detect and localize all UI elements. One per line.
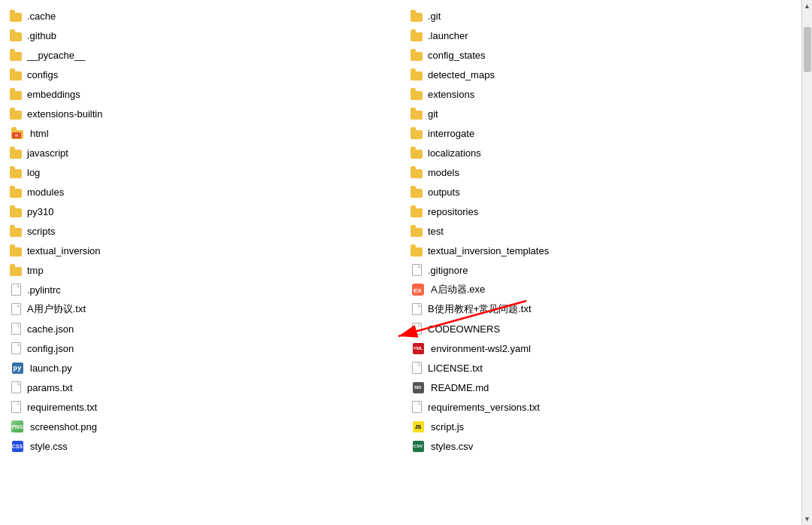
file-explorer: .cache.github__pycache__configsembedding…	[0, 0, 812, 525]
file-name-label: config.json	[27, 343, 74, 354]
file-name-label: textual_inversion	[27, 245, 101, 256]
doc-icon	[9, 322, 23, 335]
folder-icon	[410, 48, 423, 62]
file-name-label: test	[428, 226, 444, 237]
list-item[interactable]: JSscript.js	[407, 417, 795, 436]
file-name-label: .launcher	[428, 30, 468, 41]
folder-icon	[9, 48, 23, 62]
file-name-label: styles.csv	[431, 441, 473, 452]
py-icon: py	[9, 361, 26, 375]
list-item[interactable]: PNGscreenshot.png	[6, 417, 395, 436]
list-item[interactable]: .git	[407, 6, 795, 26]
list-item[interactable]: B使用教程+常见问题.txt	[407, 299, 795, 319]
scrollbar-thumb[interactable]	[804, 27, 811, 72]
file-name-label: CODEOWNERS	[428, 323, 500, 335]
file-name-label: __pycache__	[27, 50, 85, 61]
file-name-label: detected_maps	[428, 69, 495, 80]
list-item[interactable]: tmp	[6, 260, 395, 280]
folder-icon: H	[9, 126, 26, 140]
file-name-label: .cache	[27, 11, 56, 22]
folder-icon	[9, 165, 23, 179]
exe-icon: EX	[410, 283, 426, 296]
scrollbar[interactable]: ▲ ▼	[801, 0, 812, 525]
list-item[interactable]: YMLenvironment-wsl2.yaml	[407, 338, 795, 358]
list-item[interactable]: embeddings	[6, 84, 395, 104]
list-item[interactable]: textual_inversion	[6, 241, 395, 260]
list-item[interactable]: .launcher	[407, 26, 795, 45]
folder-icon	[9, 146, 23, 159]
list-item[interactable]: .cache	[6, 6, 395, 26]
list-item[interactable]: log	[6, 162, 395, 182]
file-name-label: repositories	[428, 206, 478, 217]
file-name-label: javascript	[27, 147, 68, 159]
list-item[interactable]: test	[407, 221, 795, 241]
list-item[interactable]: models	[407, 162, 795, 182]
list-item[interactable]: scripts	[6, 221, 395, 241]
list-item[interactable]: CSVstyles.csv	[407, 436, 795, 456]
file-name-label: embeddings	[27, 89, 80, 100]
file-name-label: outputs	[428, 187, 460, 198]
file-list: .cache.github__pycache__configsembedding…	[0, 0, 801, 525]
list-item[interactable]: detected_maps	[407, 65, 795, 84]
svg-text:EX: EX	[414, 287, 422, 294]
file-name-label: models	[428, 167, 459, 178]
list-item[interactable]: requirements.txt	[6, 397, 395, 417]
file-name-label: README.md	[431, 382, 489, 393]
file-name-label: A用户协议.txt	[27, 302, 86, 316]
file-name-label: environment-wsl2.yaml	[431, 343, 531, 354]
file-name-label: A启动器.exe	[431, 283, 485, 296]
list-item[interactable]: EXA启动器.exe	[407, 280, 795, 299]
file-name-label: screenshot.png	[30, 421, 97, 432]
doc-icon	[410, 400, 423, 414]
file-name-label: extensions-builtin	[27, 108, 102, 120]
list-item[interactable]: Hhtml	[6, 123, 395, 143]
file-name-label: .git	[428, 11, 441, 22]
list-item[interactable]: repositories	[407, 202, 795, 221]
list-item[interactable]: interrogate	[407, 123, 795, 143]
folder-icon	[410, 205, 423, 218]
list-item[interactable]: requirements_versions.txt	[407, 397, 795, 417]
file-name-label: git	[428, 108, 438, 120]
list-item[interactable]: MDREADME.md	[407, 378, 795, 397]
list-item[interactable]: config.json	[6, 338, 395, 358]
list-item[interactable]: extensions-builtin	[6, 104, 395, 123]
list-item[interactable]: pylaunch.py	[6, 358, 395, 378]
list-item[interactable]: configs	[6, 65, 395, 84]
list-item[interactable]: extensions	[407, 84, 795, 104]
right-column: .git.launcherconfig_statesdetected_mapse…	[401, 6, 801, 456]
list-item[interactable]: CSSstyle.css	[6, 436, 395, 456]
file-name-label: textual_inversion_templates	[428, 245, 549, 256]
list-item[interactable]: params.txt	[6, 378, 395, 397]
file-name-label: .github	[27, 30, 56, 41]
folder-icon	[410, 126, 423, 140]
list-item[interactable]: CODEOWNERS	[407, 319, 795, 338]
list-item[interactable]: .gitignore	[407, 260, 795, 280]
list-item[interactable]: git	[407, 104, 795, 123]
doc-icon	[9, 341, 23, 355]
list-item[interactable]: .github	[6, 26, 395, 45]
list-item[interactable]: modules	[6, 182, 395, 202]
file-name-label: .gitignore	[428, 265, 468, 276]
list-item[interactable]: .pylintrc	[6, 280, 395, 299]
list-item[interactable]: __pycache__	[6, 45, 395, 65]
scroll-down-arrow[interactable]: ▼	[802, 513, 813, 525]
list-item[interactable]: config_states	[407, 45, 795, 65]
doc-icon	[410, 263, 423, 277]
list-item[interactable]: textual_inversion_templates	[407, 241, 795, 260]
list-item[interactable]: A用户协议.txt	[6, 299, 395, 319]
file-name-label: localizations	[428, 147, 481, 159]
folder-icon	[410, 244, 423, 257]
list-item[interactable]: javascript	[6, 143, 395, 162]
list-item[interactable]: localizations	[407, 143, 795, 162]
scroll-up-arrow[interactable]: ▲	[802, 0, 813, 12]
file-name-label: config_states	[428, 50, 486, 61]
folder-icon	[410, 185, 423, 199]
folder-icon	[9, 68, 23, 81]
list-item[interactable]: py310	[6, 202, 395, 221]
list-item[interactable]: LICENSE.txt	[407, 358, 795, 378]
list-item[interactable]: outputs	[407, 182, 795, 202]
folder-icon	[410, 87, 423, 101]
yaml-icon: YML	[410, 341, 426, 355]
list-item[interactable]: cache.json	[6, 319, 395, 338]
folder-icon	[9, 205, 23, 218]
